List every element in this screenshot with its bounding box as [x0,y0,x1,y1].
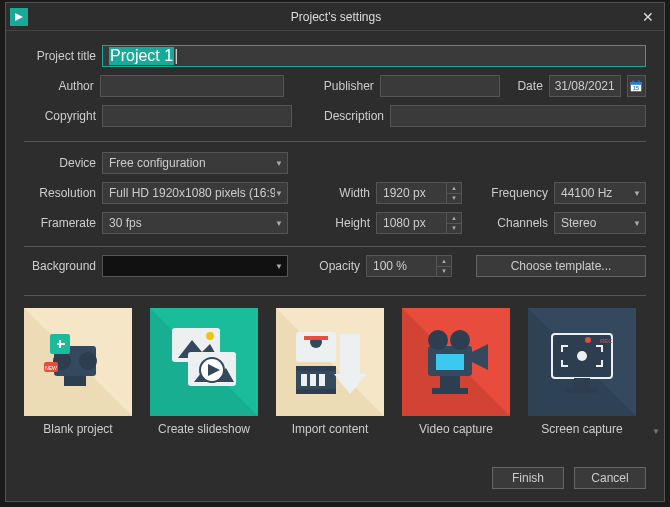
spin-down-icon[interactable]: ▼ [447,194,461,204]
svg-rect-35 [340,334,360,374]
width-spinner[interactable]: ▲▼ [376,182,462,204]
framerate-label: Framerate [24,216,96,230]
tile-label: Screen capture [528,422,636,436]
date-input[interactable]: 31/08/2021 [549,75,621,97]
height-label: Height [310,216,370,230]
chevron-down-icon: ▼ [275,219,283,228]
svg-rect-14 [64,376,86,386]
svg-point-40 [428,330,448,350]
svg-point-49 [585,337,591,343]
copyright-input[interactable] [102,105,292,127]
calendar-icon[interactable]: 15 [627,75,646,97]
svg-point-51 [577,351,587,361]
author-label: Author [24,79,94,93]
slideshow-icon [150,308,258,416]
svg-rect-42 [436,354,464,370]
tile-blank-project[interactable]: NEW Blank project [24,308,132,436]
channels-select[interactable]: Stereo▼ [554,212,646,234]
tile-import-content[interactable]: Import content [276,308,384,436]
app-icon [10,8,28,26]
svg-rect-53 [566,388,598,393]
project-type-tiles: NEW Blank project Create slidesh [24,308,646,436]
description-label: Description [324,109,384,123]
import-icon [276,308,384,416]
framerate-select[interactable]: 30 fps▼ [102,212,288,234]
tile-label: Create slideshow [150,422,258,436]
spin-up-icon[interactable]: ▲ [447,183,461,194]
dialog-title: Project's settings [36,10,636,24]
svg-rect-31 [296,389,336,394]
svg-text:NEW: NEW [45,365,57,371]
chevron-down-icon: ▼ [633,189,641,198]
svg-rect-52 [574,378,590,388]
author-input[interactable] [100,75,285,97]
resolution-select[interactable]: Full HD 1920x1080 pixels (16:9)▼ [102,182,288,204]
close-button[interactable]: ✕ [636,7,660,27]
svg-rect-30 [296,366,336,371]
project-title-label: Project title [24,49,96,63]
blank-project-icon: NEW [24,308,132,416]
chevron-down-icon: ▼ [275,159,283,168]
dialog-footer: Finish Cancel [6,459,664,501]
height-spinner[interactable]: ▲▼ [376,212,462,234]
frequency-select[interactable]: 44100 Hz▼ [554,182,646,204]
frequency-label: Frequency [486,186,548,200]
svg-marker-0 [15,13,23,21]
svg-rect-44 [440,376,460,390]
svg-point-19 [206,332,214,340]
svg-rect-32 [301,374,307,386]
opacity-label: Opacity [300,259,360,273]
titlebar: Project's settings ✕ [6,3,664,31]
chevron-down-icon: ▼ [275,262,283,271]
publisher-input[interactable] [380,75,500,97]
spin-down-icon[interactable]: ▼ [437,267,451,277]
video-capture-icon [402,308,510,416]
spin-up-icon[interactable]: ▲ [437,256,451,267]
spin-up-icon[interactable]: ▲ [447,213,461,224]
resolution-label: Resolution [24,186,96,200]
svg-rect-28 [304,336,328,340]
opacity-spinner[interactable]: ▲▼ [366,255,452,277]
project-settings-dialog: Project's settings ✕ Project title Proje… [5,2,665,502]
svg-rect-3 [633,80,634,83]
width-label: Width [310,186,370,200]
scroll-right-icon[interactable]: ▼ [652,427,660,436]
background-label: Background [24,259,96,273]
project-title-input[interactable]: Project 1| [102,45,646,67]
device-select[interactable]: Free configuration▼ [102,152,288,174]
spin-down-icon[interactable]: ▼ [447,224,461,234]
svg-point-10 [79,352,97,370]
device-label: Device [24,156,96,170]
svg-rect-33 [310,374,316,386]
tile-screen-capture[interactable]: REC Screen capture [528,308,636,436]
chevron-down-icon: ▼ [275,189,283,198]
choose-template-button[interactable]: Choose template... [476,255,646,277]
tile-label: Video capture [402,422,510,436]
tile-label: Blank project [24,422,132,436]
finish-button[interactable]: Finish [492,467,564,489]
screen-capture-icon: REC [528,308,636,416]
channels-label: Channels [486,216,548,230]
publisher-label: Publisher [316,79,374,93]
copyright-label: Copyright [24,109,96,123]
svg-rect-34 [319,374,325,386]
tile-video-capture[interactable]: Video capture [402,308,510,436]
svg-text:REC: REC [600,338,613,344]
chevron-down-icon: ▼ [633,219,641,228]
tile-create-slideshow[interactable]: Create slideshow [150,308,258,436]
svg-rect-4 [639,80,640,83]
svg-text:15: 15 [633,85,639,91]
svg-rect-45 [432,388,468,394]
cancel-button[interactable]: Cancel [574,467,646,489]
background-select[interactable]: ▼ [102,255,288,277]
description-input[interactable] [390,105,646,127]
svg-point-41 [450,330,470,350]
date-label: Date [512,79,543,93]
tile-label: Import content [276,422,384,436]
